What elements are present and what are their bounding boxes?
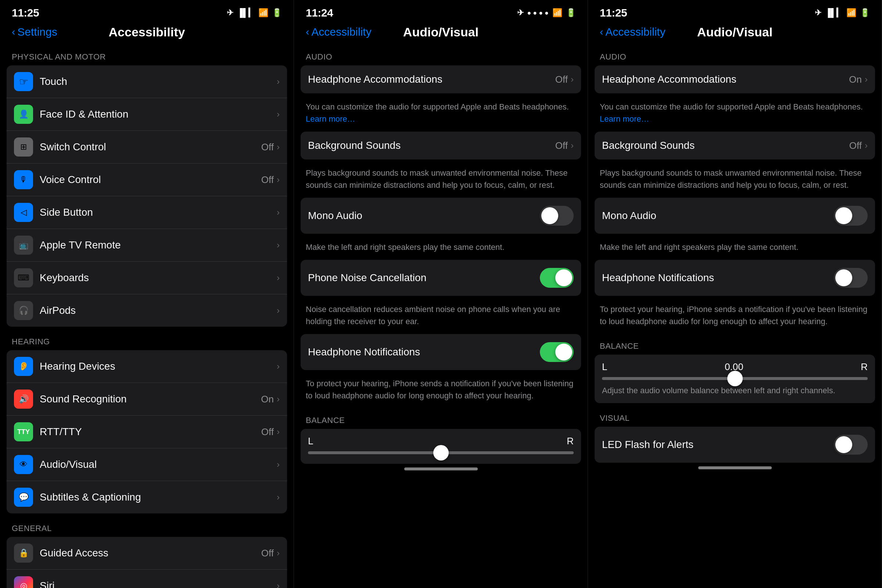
list-item-faceid[interactable]: 👤 Face ID & Attention › [7,98,287,131]
sound-recognition-icon: 🔊 [14,390,33,409]
balance-label-3: BALANCE [595,334,875,355]
airpods-icon: 🎧 [14,301,33,320]
guided-access-icon: 🔒 [14,543,33,562]
row-background-sounds-2[interactable]: Background Sounds Off › [301,132,581,159]
balance-thumb-2[interactable] [433,445,449,460]
row-headphone-accommodations-3[interactable]: Headphone Accommodations On › [595,65,875,93]
phone-noise-label-2: Phone Noise Cancellation [308,272,540,284]
card-headphone-notifications-2: Headphone Notifications [301,334,581,370]
list-item-side-button[interactable]: ◁ Side Button › [7,196,287,229]
nav-title-2: Audio/Visual [403,25,478,39]
row-background-sounds-3[interactable]: Background Sounds Off › [595,132,875,159]
switch-control-chevron: › [277,142,280,152]
back-chevron-3: ‹ [600,26,603,38]
headphone-notifications-toggle-3[interactable] [834,268,868,288]
balance-thumb-3[interactable] [727,371,743,386]
mono-audio-toggle-3[interactable] [834,206,868,226]
card-mono-audio-3: Mono Audio [595,198,875,234]
nav-back-3[interactable]: ‹ Accessibility [600,26,666,38]
mono-audio-desc-2: Make the left and right speakers play th… [301,237,581,260]
headphone-accommodations-value-3: On [849,74,862,85]
switch-control-value: Off [261,141,274,153]
list-item-rtt-tty[interactable]: TTY RTT/TTY Off › [7,416,287,448]
row-headphone-notifications-2: Headphone Notifications [301,334,581,370]
headphone-notifications-desc-3: To protect your hearing, iPhone sends a … [595,299,875,334]
balance-r-3: R [861,361,868,373]
sound-recognition-chevron: › [277,394,280,404]
list-item-apple-tv[interactable]: 📺 Apple TV Remote › [7,229,287,262]
sound-recognition-label: Sound Recognition [40,393,261,405]
audio-visual-chevron: › [277,459,280,470]
background-sounds-value-2: Off [555,140,568,152]
nav-back-label-2: Accessibility [311,26,371,38]
row-mono-audio-2: Mono Audio [301,198,581,234]
side-button-icon: ◁ [14,203,33,222]
list-item-keyboards[interactable]: ⌨ Keyboards › [7,262,287,294]
card-background-sounds-3: Background Sounds Off › [595,132,875,159]
nav-back-1[interactable]: ‹ Settings [12,26,57,38]
balance-l-2: L [308,435,313,447]
audio-visual-content-2: AUDIO Headphone Accommodations Off › You… [294,45,588,588]
sound-recognition-value: On [261,394,274,405]
rtt-tty-chevron: › [277,427,280,437]
learn-more-link-2[interactable]: Learn more… [306,114,356,123]
panel-accessibility: 11:25 ✈ ▐▌▎ 📶 🔋 ‹ Settings Accessibility… [0,0,294,588]
background-sounds-label-2: Background Sounds [308,140,555,152]
side-button-label: Side Button [40,207,277,218]
voice-control-icon: 🎙 [14,170,33,189]
list-item-hearing-devices[interactable]: 👂 Hearing Devices › [7,350,287,383]
guided-access-chevron: › [277,548,280,558]
balance-card-3: L 0.00 R Adjust the audio volume balance… [595,355,875,403]
headphone-notifications-desc-2: To protect your hearing, iPhone sends a … [301,373,581,408]
mono-audio-thumb-2 [542,207,558,224]
headphone-notifications-thumb-2 [555,344,572,360]
row-phone-noise-2: Phone Noise Cancellation [301,260,581,296]
list-item-subtitles[interactable]: 💬 Subtitles & Captioning › [7,481,287,513]
balance-slider-3[interactable] [602,377,868,380]
row-headphone-accommodations-2[interactable]: Headphone Accommodations Off › [301,65,581,93]
led-flash-thumb-3 [836,436,852,453]
learn-more-link-3[interactable]: Learn more… [600,114,650,123]
nav-back-2[interactable]: ‹ Accessibility [306,26,372,38]
balance-slider-2[interactable] [308,451,574,454]
list-item-audio-visual[interactable]: 👁 Audio/Visual › [7,448,287,481]
status-bar-1: 11:25 ✈ ▐▌▎ 📶 🔋 [0,0,294,22]
wifi-icon-3: 📶 [846,8,856,18]
background-sounds-chevron-2: › [571,140,574,151]
headphone-accommodations-desc-3: You can customize the audio for supporte… [595,96,875,132]
nav-bar-2: ‹ Accessibility Audio/Visual [294,22,588,45]
list-item-sound-recognition[interactable]: 🔊 Sound Recognition On › [7,383,287,416]
background-sounds-chevron-3: › [865,140,868,151]
audio-label-3: AUDIO [595,45,875,65]
led-flash-toggle-3[interactable] [834,435,868,454]
headphone-notifications-thumb-3 [836,269,852,286]
row-mono-audio-3: Mono Audio [595,198,875,234]
nav-title-3: Audio/Visual [697,25,772,39]
nav-title-1: Accessibility [109,25,185,39]
list-item-switch-control[interactable]: ⊞ Switch Control Off › [7,131,287,164]
rtt-tty-value: Off [261,426,274,438]
headphone-accommodations-label-2: Headphone Accommodations [308,74,555,85]
visual-label-3: VISUAL [595,406,875,427]
list-item-voice-control[interactable]: 🎙 Voice Control Off › [7,164,287,196]
touch-icon: ☞ [14,72,33,91]
panel1-content: PHYSICAL AND MOTOR ☞ Touch › 👤 Face ID &… [0,45,294,588]
subtitles-icon: 💬 [14,488,33,507]
list-item-touch[interactable]: ☞ Touch › [7,65,287,98]
headphone-notifications-toggle-2[interactable] [540,342,574,362]
card-headphone-notifications-3: Headphone Notifications [595,260,875,296]
phone-noise-thumb-2 [555,269,572,286]
headphone-accommodations-chevron-2: › [571,74,574,84]
section-general-label: GENERAL [0,516,294,537]
list-item-airpods[interactable]: 🎧 AirPods › [7,294,287,327]
list-item-guided-access[interactable]: 🔒 Guided Access Off › [7,537,287,570]
mono-audio-toggle-2[interactable] [540,206,574,226]
list-item-siri[interactable]: ◎ Siri › [7,570,287,588]
siri-chevron: › [277,580,280,588]
nav-back-label-3: Accessibility [605,26,665,38]
mono-audio-desc-3: Make the left and right speakers play th… [595,237,875,260]
phone-noise-toggle-2[interactable] [540,268,574,288]
faceid-chevron: › [277,109,280,119]
faceid-icon: 👤 [14,105,33,124]
signal-icon-2: ● ● ● ● [527,9,549,17]
